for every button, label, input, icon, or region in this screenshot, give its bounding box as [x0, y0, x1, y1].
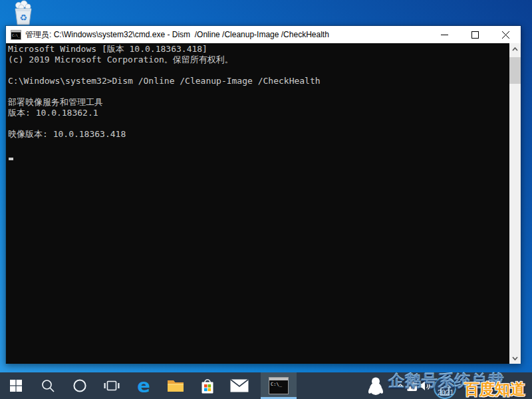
minimize-icon [441, 31, 448, 39]
console-line [8, 65, 507, 76]
svg-text:C:\_: C:\_ [271, 382, 283, 387]
title-bar[interactable]: C:\_ 管理员: C:\Windows\system32\cmd.exe - … [6, 26, 521, 43]
scrollbar-thumb[interactable] [509, 57, 521, 84]
minimize-button[interactable] [429, 26, 460, 43]
mail-envelope-icon [230, 379, 249, 392]
cmd-taskbar-button[interactable]: C:\_ [261, 372, 297, 399]
file-explorer-button[interactable] [160, 372, 192, 399]
console-output[interactable]: Microsoft Windows [版本 10.0.18363.418](c)… [6, 43, 521, 364]
recycle-bin-icon[interactable]: ♻ [9, 0, 38, 25]
window-title: 管理员: C:\Windows\system32\cmd.exe - Dism … [25, 29, 329, 41]
task-view-button[interactable] [96, 372, 128, 399]
console-line: 版本: 10.0.18362.1 [8, 108, 507, 118]
console-line: 映像版本: 10.0.18363.418 [8, 129, 507, 140]
clock[interactable]: 2021 [438, 379, 454, 399]
svg-text:C:\_: C:\_ [12, 33, 21, 37]
console-line: (c) 2019 Microsoft Corporation。保留所有权利。 [8, 55, 507, 65]
chevron-up-icon [396, 383, 404, 388]
console-line [8, 86, 507, 97]
scroll-down-button[interactable] [509, 352, 521, 364]
windows-logo-icon [9, 379, 23, 392]
console-line [8, 118, 507, 129]
chevron-up-icon [512, 47, 518, 51]
close-icon [502, 31, 509, 39]
folder-icon [167, 378, 184, 393]
volume-button[interactable] [419, 372, 431, 399]
cmd-icon: C:\_ [11, 30, 21, 40]
qq-tray-button[interactable] [367, 372, 384, 399]
hidden-icons-button[interactable] [396, 372, 404, 399]
store-bag-icon [200, 377, 215, 394]
clock-date: 2021 [438, 388, 454, 396]
ime-indicator[interactable]: 中 [407, 372, 417, 399]
svg-text:♻: ♻ [19, 13, 27, 23]
edge-icon: e [137, 376, 150, 396]
cortana-circle-icon [72, 378, 87, 393]
console-line [8, 140, 507, 150]
store-button[interactable] [192, 372, 223, 399]
edge-button[interactable]: e [128, 372, 160, 399]
taskbar: e [0, 372, 532, 399]
mail-button[interactable] [223, 372, 255, 399]
chevron-down-icon [512, 356, 518, 360]
console-text: Microsoft Windows [版本 10.0.18363.418](c)… [6, 43, 509, 364]
cortana-button[interactable] [64, 372, 96, 399]
search-button[interactable] [32, 372, 64, 399]
close-button[interactable] [490, 26, 521, 43]
maximize-icon [471, 31, 479, 39]
console-line: C:\Windows\system32>Dism /Online /Cleanu… [8, 76, 507, 86]
console-line: Microsoft Windows [版本 10.0.18363.418] [8, 44, 507, 55]
speaker-icon [419, 380, 431, 391]
start-button[interactable] [0, 372, 32, 399]
cmd-window: C:\_ 管理员: C:\Windows\system32\cmd.exe - … [5, 25, 521, 364]
qq-penguin-icon [367, 376, 384, 395]
scrollbar[interactable] [509, 43, 521, 364]
task-view-icon [104, 379, 120, 392]
maximize-button[interactable] [460, 26, 490, 43]
cmd-window-icon: C:\_ [269, 377, 289, 394]
ime-icon: 中 [407, 381, 417, 391]
console-line: 部署映像服务和管理工具 [8, 97, 507, 108]
scroll-up-button[interactable] [509, 43, 521, 55]
search-icon [41, 378, 55, 393]
desktop[interactable]: ♻ C:\_ 管理员: C:\Windows\system32\cmd.exe … [0, 0, 532, 399]
console-cursor [9, 158, 13, 160]
